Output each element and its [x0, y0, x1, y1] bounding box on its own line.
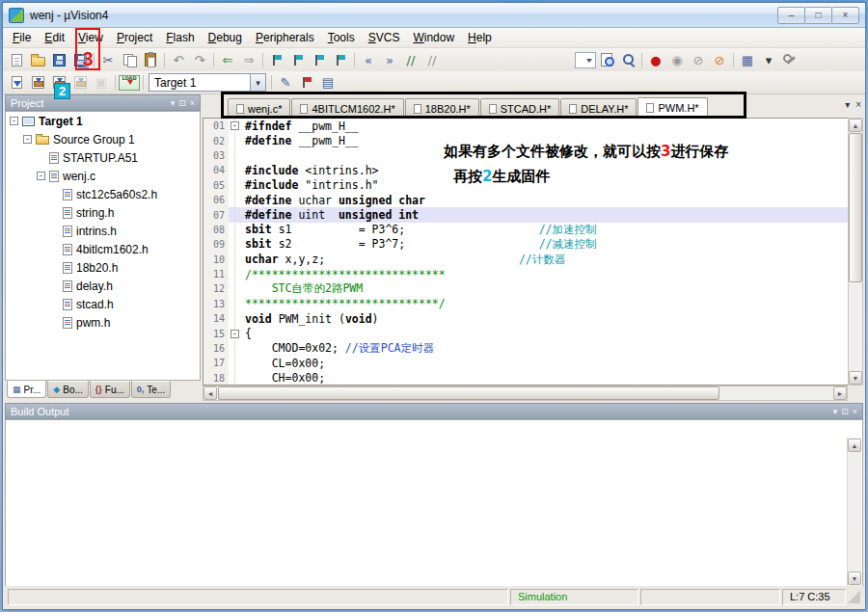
scroll-left-icon[interactable]: ◄ — [203, 386, 217, 400]
menu-peripherals[interactable]: Peripherals — [249, 28, 321, 47]
previous-bookmark-button[interactable] — [287, 50, 309, 69]
menu-flash[interactable]: Flash — [159, 28, 201, 47]
insert-breakpoint-button[interactable]: ● — [645, 50, 666, 69]
tree-item-wenj-c[interactable]: -wenj.c — [6, 167, 200, 185]
tree-item-delay-h[interactable]: delay.h — [6, 277, 200, 295]
navigate-back-button[interactable]: ⇐ — [217, 50, 238, 69]
code-line[interactable]: 07#define uint unsigned int — [203, 207, 848, 222]
collapse-icon[interactable]: - — [10, 117, 18, 125]
tree-item-string-h[interactable]: string.h — [6, 203, 200, 222]
panel-tab-books[interactable]: ◆Bo... — [47, 381, 89, 398]
open-file-button[interactable] — [27, 50, 48, 69]
find-in-files-button[interactable] — [596, 50, 617, 69]
collapse-icon[interactable]: - — [23, 135, 32, 144]
close-button[interactable]: × — [831, 7, 859, 24]
tree-item-stcad-h[interactable]: stcad.h — [6, 295, 200, 313]
next-bookmark-button[interactable] — [309, 50, 330, 69]
target-select-combo[interactable]: Target 1▾ — [149, 73, 266, 92]
copy-button[interactable] — [119, 50, 140, 69]
scroll-up-icon[interactable]: ▲ — [849, 119, 862, 132]
code-line[interactable]: 15-{ — [203, 326, 848, 340]
manage-components-button[interactable]: ▤ — [317, 73, 339, 93]
manage-target-options-button[interactable]: ✎ — [275, 73, 296, 93]
menu-window[interactable]: Window — [406, 28, 461, 47]
undo-button[interactable]: ↶ — [168, 50, 189, 69]
code-line[interactable]: 18 CH=0x00; — [203, 371, 848, 386]
build-output-scrollbar[interactable]: ▲ ▼ — [847, 438, 861, 586]
resize-grip[interactable] — [848, 591, 860, 603]
navigate-forward-button[interactable]: ⇒ — [238, 50, 259, 69]
project-flag-button[interactable] — [296, 73, 317, 93]
menu-tools[interactable]: Tools — [321, 28, 362, 47]
code-line[interactable]: 16 CMOD=0x02; //设置PCA定时器 — [203, 341, 848, 356]
scroll-thumb[interactable] — [849, 133, 862, 282]
stop-build-button[interactable]: ▣ — [91, 73, 112, 93]
panel-tab-templates[interactable]: 0,Te... — [131, 381, 171, 398]
scroll-thumb[interactable] — [218, 386, 719, 400]
save-button[interactable] — [48, 50, 69, 69]
paste-button[interactable] — [140, 50, 161, 69]
scroll-up-icon[interactable]: ▲ — [848, 439, 861, 452]
menu-edit[interactable]: Edit — [38, 28, 71, 47]
code-line[interactable]: 08sbit s1 = P3^6; //加速控制 — [203, 223, 848, 237]
panel-close-icon[interactable]: × — [190, 98, 195, 108]
new-file-button[interactable] — [6, 50, 27, 69]
panel-menu-icon[interactable]: ▾ — [833, 407, 838, 416]
redo-button[interactable]: ↷ — [189, 50, 210, 69]
tree-item-target-1[interactable]: -Target 1 — [6, 112, 200, 130]
code-line[interactable]: 17 CL=0x00; — [203, 356, 848, 370]
panel-menu-icon[interactable]: ▾ — [171, 98, 176, 108]
title-bar[interactable]: wenj - µVision4 – □ × — [3, 3, 865, 28]
tree-item-4bitlcm1602-h[interactable]: 4bitlcm1602.h — [6, 240, 200, 258]
tree-item-18b20-h[interactable]: 18b20.h — [6, 258, 200, 277]
tree-item-source-group-1[interactable]: -Source Group 1 — [6, 130, 200, 148]
download-flash-button[interactable]: LOAD — [119, 73, 140, 93]
clear-bookmarks-button[interactable] — [330, 50, 351, 69]
menu-file[interactable]: File — [6, 28, 38, 47]
tree-item-intrins-h[interactable]: intrins.h — [6, 222, 200, 240]
kill-all-breakpoints-button[interactable]: ◉ — [666, 50, 688, 69]
find-button[interactable] — [617, 50, 638, 69]
tab-list-icon[interactable]: ▾ — [845, 99, 850, 110]
menu-project[interactable]: Project — [110, 28, 159, 47]
scroll-down-icon[interactable]: ▼ — [849, 371, 862, 385]
maximize-button[interactable]: □ — [804, 7, 832, 24]
scroll-down-icon[interactable]: ▼ — [848, 572, 861, 585]
code-line[interactable]: 13*****************************/ — [203, 297, 848, 311]
menu-debug[interactable]: Debug — [202, 28, 249, 47]
code-line[interactable]: 12 STC自带的2路PWM — [203, 281, 848, 296]
editor-vertical-scrollbar[interactable]: ▲ ▼ — [848, 118, 863, 386]
panel-pin-icon[interactable]: ⊡ — [841, 407, 849, 416]
tab-close-icon[interactable]: × — [855, 99, 861, 110]
fold-collapse-icon[interactable]: - — [231, 330, 239, 338]
outdent-button[interactable]: « — [358, 50, 379, 69]
batch-build-button[interactable] — [69, 73, 91, 93]
indent-button[interactable]: » — [379, 50, 400, 69]
panel-tab-project[interactable]: ▦Pr... — [7, 381, 46, 398]
tree-item-startup-a51[interactable]: STARTUP.A51 — [6, 148, 200, 167]
build-target-button[interactable] — [27, 73, 48, 93]
translate-file-button[interactable] — [6, 73, 27, 93]
debug-windows-button[interactable]: ▦ — [737, 50, 758, 69]
breakpoint-options-button[interactable]: ⊘ — [709, 50, 730, 69]
find-text-button[interactable] — [575, 50, 596, 69]
code-line[interactable]: 06#define uchar unsigned char — [203, 193, 848, 207]
code-line[interactable]: 14void PWM_init (void) — [203, 311, 848, 326]
comment-selection-button[interactable]: // — [400, 50, 421, 69]
code-line[interactable]: 10uchar x,y,z; //计数器 — [203, 253, 848, 267]
editor-horizontal-scrollbar[interactable]: ◄ ► — [203, 386, 848, 401]
configure-target-button[interactable] — [779, 50, 800, 69]
menu-help[interactable]: Help — [461, 28, 499, 47]
panel-tab-functions[interactable]: {}Fu... — [90, 381, 130, 398]
panel-close-icon[interactable]: × — [853, 407, 857, 416]
tree-item-pwm-h[interactable]: pwm.h — [6, 313, 200, 332]
tree-item-stc12c5a60s2-h[interactable]: stc12c5a60s2.h — [6, 185, 200, 203]
minimize-button[interactable]: – — [777, 7, 805, 24]
collapse-icon[interactable]: - — [37, 172, 45, 180]
fold-collapse-icon[interactable]: - — [231, 121, 239, 130]
uncomment-selection-button[interactable]: // — [421, 50, 443, 69]
scroll-right-icon[interactable]: ► — [833, 386, 847, 400]
disable-all-breakpoints-button[interactable]: ⊘ — [688, 50, 709, 69]
debug-windows-arrow-button[interactable]: ▾ — [758, 50, 779, 69]
code-line[interactable]: 11/***************************** — [203, 267, 848, 281]
